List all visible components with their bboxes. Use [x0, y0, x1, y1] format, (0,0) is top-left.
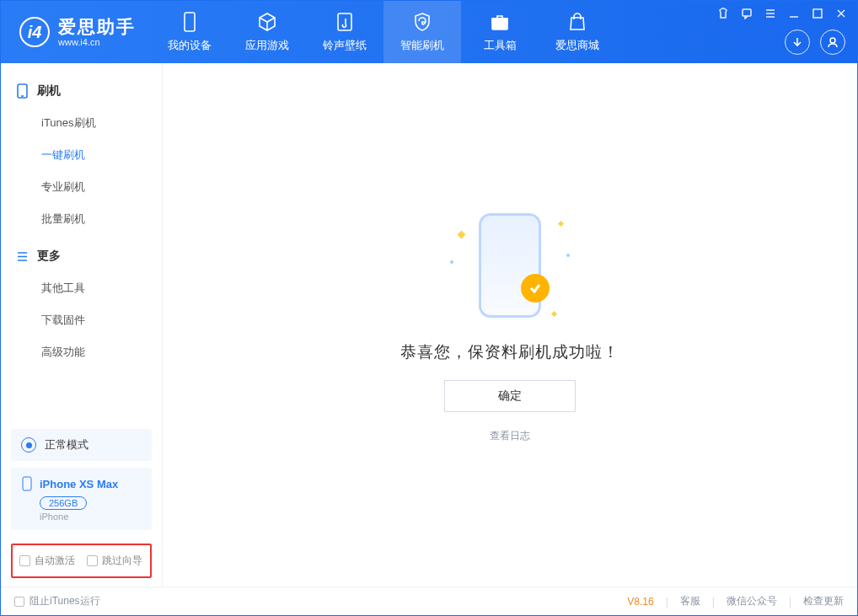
nav-apps[interactable]: 应用游戏	[228, 1, 306, 63]
sidebar: 刷机 iTunes刷机 一键刷机 专业刷机 批量刷机 更多 其他工具 下载固件 …	[1, 63, 163, 587]
svg-rect-4	[743, 9, 751, 16]
status-dot-icon	[21, 437, 36, 453]
device-name: iPhone XS Max	[40, 478, 118, 490]
sidebar-item-download-firmware[interactable]: 下载固件	[1, 304, 162, 336]
cube-icon	[256, 11, 278, 33]
menu-icon[interactable]	[763, 6, 778, 21]
toolbox-icon	[489, 11, 511, 33]
user-button[interactable]	[820, 29, 845, 55]
list-icon	[16, 250, 29, 263]
main-nav: 我的设备 应用游戏 铃声壁纸 智能刷机 工具箱 爱思商城	[151, 1, 616, 63]
app-name: 爱思助手	[58, 17, 136, 36]
svg-rect-3	[492, 19, 507, 23]
minimize-icon[interactable]	[786, 6, 802, 21]
sidebar-item-onekey-flash[interactable]: 一键刷机	[1, 139, 162, 171]
skip-guide-checkbox[interactable]: 跳过向导	[87, 554, 142, 568]
device-mode-status[interactable]: 正常模式	[11, 429, 152, 461]
sidebar-item-advanced[interactable]: 高级功能	[1, 336, 162, 368]
version-label: V8.16	[627, 596, 653, 608]
phone-icon	[16, 83, 29, 99]
sidebar-group-more: 更多	[1, 240, 162, 272]
logo-icon: i4	[19, 17, 50, 47]
sidebar-item-other-tools[interactable]: 其他工具	[1, 272, 162, 304]
header-actions	[785, 29, 845, 55]
device-type: iPhone	[40, 512, 142, 522]
success-message: 恭喜您，保资料刷机成功啦！	[400, 341, 619, 363]
svg-rect-0	[185, 13, 195, 31]
title-bar: i4 爱思助手 www.i4.cn 我的设备 应用游戏 铃声壁纸 智能刷机	[1, 1, 857, 63]
skin-icon[interactable]	[716, 6, 731, 21]
flash-options-box: 自动激活 跳过向导	[11, 544, 152, 578]
sidebar-group-flash: 刷机	[1, 75, 162, 107]
auto-activate-checkbox[interactable]: 自动激活	[19, 554, 75, 568]
maximize-icon[interactable]	[810, 6, 825, 21]
svg-rect-8	[23, 477, 31, 490]
app-logo: i4 爱思助手 www.i4.cn	[1, 17, 151, 47]
device-icon	[179, 11, 201, 33]
footer-link-support[interactable]: 客服	[680, 594, 700, 608]
app-url: www.i4.cn	[58, 37, 136, 47]
view-log-link[interactable]: 查看日志	[490, 429, 530, 443]
shield-icon	[411, 11, 433, 33]
ok-button[interactable]: 确定	[444, 380, 576, 412]
download-button[interactable]	[785, 29, 810, 55]
status-bar: 阻止iTunes运行 V8.16 | 客服 | 微信公众号 | 检查更新	[1, 587, 857, 615]
close-icon[interactable]	[834, 6, 849, 21]
block-itunes-checkbox[interactable]: 阻止iTunes运行	[14, 594, 100, 608]
nav-my-device[interactable]: 我的设备	[151, 1, 228, 63]
sidebar-item-itunes-flash[interactable]: iTunes刷机	[1, 107, 162, 139]
sidebar-item-pro-flash[interactable]: 专业刷机	[1, 171, 162, 203]
device-storage-badge: 256GB	[40, 496, 87, 510]
phone-icon	[21, 476, 33, 491]
nav-flash[interactable]: 智能刷机	[383, 1, 461, 63]
device-card[interactable]: iPhone XS Max 256GB iPhone	[11, 468, 152, 530]
check-icon	[521, 274, 550, 303]
music-icon	[334, 11, 356, 33]
window-controls	[716, 6, 849, 21]
bag-icon	[566, 11, 588, 33]
nav-ringtones[interactable]: 铃声壁纸	[306, 1, 383, 63]
main-content: 恭喜您，保资料刷机成功啦！ 确定 查看日志	[163, 63, 857, 587]
success-illustration	[447, 206, 573, 324]
footer-link-update[interactable]: 检查更新	[803, 594, 844, 608]
nav-store[interactable]: 爱思商城	[539, 1, 616, 63]
sidebar-item-batch-flash[interactable]: 批量刷机	[1, 203, 162, 235]
svg-point-6	[830, 38, 835, 43]
svg-rect-5	[813, 9, 822, 18]
nav-toolbox[interactable]: 工具箱	[461, 1, 539, 63]
footer-link-wechat[interactable]: 微信公众号	[727, 594, 777, 608]
feedback-icon[interactable]	[739, 6, 754, 21]
